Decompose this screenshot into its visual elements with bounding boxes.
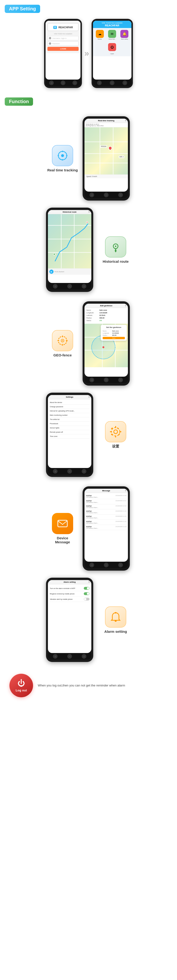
backup-icon: ☁ <box>96 30 104 38</box>
home-5[interactable]: ○ <box>104 378 109 382</box>
alarm-item-3[interactable]: Vibration alert by mobile phone <box>50 597 89 602</box>
settings-about[interactable]: About the device <box>50 401 89 405</box>
settings-back-btn[interactable]: ‹ <box>49 396 50 398</box>
logout-label: Log out <box>16 689 27 692</box>
settings-phonebook[interactable]: Phonebook <box>50 422 89 426</box>
settings-phone-bar: ◁ ○ □ <box>48 468 91 474</box>
recent-8[interactable]: □ <box>82 654 86 659</box>
form-name-row: Name: Safe zone <box>86 309 126 311</box>
msg-time-3: 2018/08/08 10:32 <box>116 505 127 508</box>
settings-gear-icon: ⚙ <box>88 396 90 398</box>
geo-back-btn[interactable]: ‹ <box>86 305 87 307</box>
toggle-2[interactable] <box>84 592 89 595</box>
home-7[interactable]: ○ <box>104 563 109 567</box>
message-icon-box: Device Message <box>47 513 78 544</box>
home-8[interactable]: ○ <box>67 654 72 659</box>
settings-screen-header: ‹ Settings ⚙ <box>48 395 91 399</box>
alarm-icon-box: Alarm setting <box>100 606 131 633</box>
hist-back-btn[interactable]: ‹ <box>49 211 50 213</box>
home-btn-2[interactable]: ○ <box>110 81 114 85</box>
message-item-7[interactable]: V107b# Low battery Alarm... 2018/09/08 1… <box>86 525 127 530</box>
back-8[interactable]: ◁ <box>53 654 58 659</box>
back-5[interactable]: ◁ <box>89 378 94 382</box>
geofence-popup: Set the geofence Name: Safe zone Longitu… <box>101 325 127 340</box>
back-6[interactable]: ◁ <box>53 469 58 474</box>
svg-rect-20 <box>115 436 116 438</box>
message-item-6[interactable]: V107b# Low battery Alarm... 2018/08/08 1… <box>86 520 127 525</box>
settings-interval[interactable]: Interval for uploading GPS locati... <box>50 409 89 413</box>
settings-password[interactable]: Change password <box>50 405 89 409</box>
settings-whitelist[interactable]: The white list <box>50 417 89 422</box>
logout-button[interactable]: ⏻ Log out <box>10 674 33 697</box>
msg-gear-icon: ⚙ <box>125 490 127 492</box>
back-btn[interactable]: ◁ <box>49 81 54 85</box>
geo-save-button[interactable]: Save <box>103 337 125 339</box>
message-item-3[interactable]: V107b# Low battery Alarm... 2018/08/08 1… <box>86 504 127 509</box>
password-field[interactable]: Password <box>47 41 79 46</box>
home-btn[interactable]: ○ <box>61 81 65 85</box>
home-3[interactable]: ○ <box>104 192 109 197</box>
msg-info-1: V107b# Low battery Alarm... <box>86 495 98 498</box>
toggle-3[interactable] <box>84 598 89 601</box>
settings-poweroff[interactable]: Remote power-off <box>50 430 89 434</box>
alarm-icon-item[interactable]: 🔔 Alarm setting <box>119 30 130 40</box>
settings-sensor[interactable]: Sensor lights <box>50 426 89 430</box>
back-btn-2[interactable]: ◁ <box>97 81 102 85</box>
message-item-5[interactable]: V107b# Low battery Alarm... 2018/08/08 1… <box>86 515 127 520</box>
alarm-item-1[interactable]: Turn on the alarm reminder of APP <box>50 586 89 591</box>
recent-6[interactable]: □ <box>82 469 86 474</box>
msg-content-5: Low battery Alarm... <box>86 517 98 519</box>
backup-icon-item[interactable]: ☁ Backup <box>94 30 105 40</box>
play-button[interactable]: ▶ <box>49 270 53 274</box>
popup-radius-label: Radius: <box>103 334 112 336</box>
home-4[interactable]: ○ <box>67 284 72 289</box>
logout-menu-label: Logout <box>110 53 114 54</box>
recent-4[interactable]: □ <box>82 284 86 289</box>
alarm-screen-title: Alarm setting <box>51 581 88 583</box>
login-button[interactable]: LOGIN <box>47 47 79 51</box>
device-icon-item[interactable]: ✉ Device Sett... <box>107 30 117 40</box>
msg-back-btn[interactable]: ‹ <box>86 490 87 492</box>
login-logo: R REACHFAR <box>47 23 79 31</box>
historical-screen-header: ‹ Historical route ⚙ <box>48 210 91 214</box>
route-svg <box>48 214 91 268</box>
alarm-back-btn[interactable]: ‹ <box>49 581 50 583</box>
logout-icon-item[interactable]: ⏻ Logout <box>108 42 116 54</box>
message-item-2[interactable]: V107b# Low battery Alarm... 2018/08/08 1… <box>86 499 127 504</box>
logout-description: When you log out,then you can not get th… <box>38 683 125 688</box>
tracking-map: 华强北站 深圳..1 <box>84 127 128 175</box>
back-3[interactable]: ◁ <box>89 192 94 197</box>
historical-phone: ‹ Historical route ⚙ <box>46 208 93 292</box>
settings-screen: ‹ Settings ⚙ About the device Change pas… <box>48 395 91 468</box>
settings-timezone[interactable]: Time zone <box>50 434 89 439</box>
form-lat-value: 22.5141 <box>99 315 105 316</box>
form-lat-label: Latitude: <box>86 315 99 316</box>
geo-phone-bar: ◁ ○ □ <box>84 377 128 383</box>
alarm-gear-icon: ⚙ <box>88 581 90 583</box>
tracking-back-btn[interactable]: ‹ <box>86 119 87 122</box>
msg-screen-title: Message <box>88 490 125 492</box>
recent-7[interactable]: □ <box>118 563 123 567</box>
back-7[interactable]: ◁ <box>89 563 94 567</box>
tracking-screen: ‹ Real-time tracking ⚙ 2019-08-06 11:25:… <box>84 119 128 192</box>
road-h3 <box>84 163 128 163</box>
recent-btn[interactable]: □ <box>72 81 77 85</box>
username-field[interactable]: Username / login in <box>47 36 79 40</box>
recent-5[interactable]: □ <box>118 378 123 382</box>
msg-info-4: V107b# Low battery Alarm... <box>86 511 98 514</box>
message-item-1[interactable]: V107b# Low battery Alarm... 2018/08/08 1… <box>86 494 127 499</box>
logout-section: ⏻ Log out When you log out,then you can … <box>0 667 177 704</box>
toggle-1[interactable] <box>84 587 89 590</box>
home-6[interactable]: ○ <box>67 469 72 474</box>
msg-name-3: V107b# <box>86 505 98 507</box>
recent-3[interactable]: □ <box>118 192 123 197</box>
alarm-item-2[interactable]: Ringtone remind by mobile phone <box>50 591 89 597</box>
recent-btn-2[interactable]: □ <box>122 81 127 85</box>
logout-section-container: ⏻ Log out When you log out,then you can … <box>0 667 177 704</box>
message-item-4[interactable]: V107b# Low battery Alarm... 2018/08/08 1… <box>86 509 127 515</box>
phone-bottom-bar-left: ◁ ○ □ <box>45 80 80 86</box>
back-4[interactable]: ◁ <box>53 284 58 289</box>
form-name-value: Safe zone <box>99 309 107 311</box>
settings-monitoring[interactable]: Main monitoring number <box>50 413 89 417</box>
form-lon-label: Longitude: <box>86 312 99 313</box>
